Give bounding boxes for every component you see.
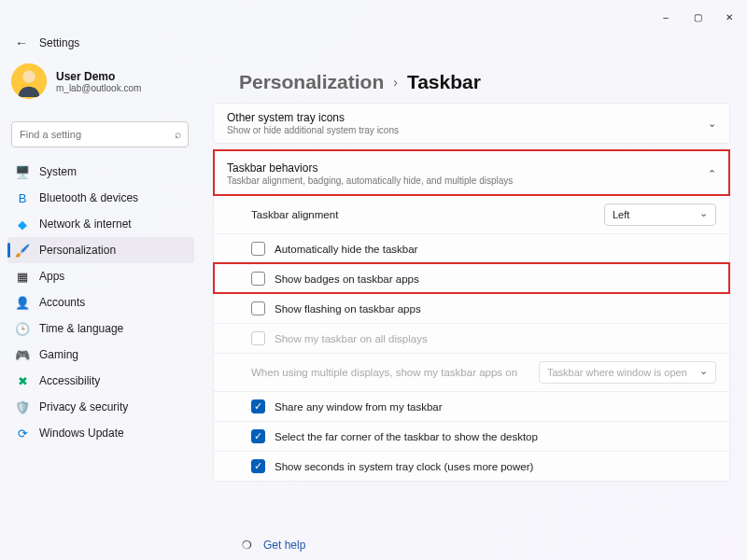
row-multidisplay-where: When using multiple displays, show my ta…	[214, 353, 729, 391]
nav-label: Personalization	[39, 244, 116, 257]
card-other-tray-icons[interactable]: Other system tray icons Show or hide add…	[213, 103, 730, 144]
chevron-down-icon: ⌄	[708, 118, 716, 130]
taskbar-alignment-select[interactable]: Left	[604, 203, 716, 226]
sidebar-item-accounts[interactable]: 👤Accounts	[7, 289, 194, 315]
window-maximize-button[interactable]: ▢	[682, 6, 713, 28]
card-subtitle: Taskbar alignment, badging, automaticall…	[227, 175, 513, 186]
nav-label: System	[39, 165, 77, 178]
row-label: Select the far corner of the taskbar to …	[275, 431, 538, 442]
row-label: Taskbar alignment	[251, 209, 338, 220]
window-minimize-button[interactable]: –	[650, 6, 682, 28]
get-help-link[interactable]: ❍ Get help	[239, 538, 305, 553]
checkbox-flashing[interactable]	[251, 301, 265, 315]
nav-icon: ◆	[15, 217, 30, 231]
nav-label: Time & language	[39, 322, 123, 335]
sidebar-item-accessibility[interactable]: ✖Accessibility	[7, 368, 194, 394]
sidebar-nav: 🖥️SystemBBluetooth & devices◆Network & i…	[7, 159, 194, 446]
row-label: Show badges on taskbar apps	[275, 273, 419, 285]
row-multidisplay: Show my taskbar on all displays	[214, 323, 729, 353]
breadcrumb-current: Taskbar	[407, 71, 481, 93]
user-email: m_lab@outlook.com	[56, 83, 141, 93]
row-flashing[interactable]: Show flashing on taskbar apps	[214, 293, 729, 323]
checkbox-autohide[interactable]	[251, 242, 265, 256]
help-icon: ❍	[239, 538, 254, 553]
back-button[interactable]: ←	[15, 35, 28, 50]
multidisplay-where-select: Taskbar where window is open	[539, 361, 716, 384]
nav-icon: 🛡️	[15, 399, 30, 414]
chevron-up-icon: ⌃	[708, 168, 716, 180]
svg-point-1	[22, 71, 35, 83]
sidebar-item-time-language[interactable]: 🕒Time & language	[7, 315, 194, 342]
checkbox-far-corner[interactable]: ✓	[251, 429, 265, 443]
nav-icon: 👤	[15, 295, 30, 310]
user-profile[interactable]: User Demo m_lab@outlook.com	[11, 63, 141, 99]
nav-label: Bluetooth & devices	[39, 191, 138, 204]
user-name: User Demo	[56, 70, 141, 83]
card-title: Other system tray icons	[227, 111, 399, 124]
nav-icon: 🕒	[15, 321, 30, 336]
row-share-window[interactable]: ✓ Share any window from my taskbar	[214, 391, 729, 421]
sidebar-item-system[interactable]: 🖥️System	[7, 159, 194, 185]
nav-label: Gaming	[39, 348, 78, 361]
row-taskbar-alignment: Taskbar alignment Left	[214, 195, 729, 233]
nav-icon: ▦	[15, 269, 30, 284]
sidebar-item-network-internet[interactable]: ◆Network & internet	[7, 211, 194, 237]
window-close-button[interactable]: ✕	[713, 6, 745, 28]
nav-label: Windows Update	[39, 427, 124, 440]
checkbox-multidisplay	[251, 331, 265, 345]
card-subtitle: Show or hide additional system tray icon…	[227, 125, 399, 135]
row-label: Automatically hide the taskbar	[275, 244, 417, 255]
nav-label: Accounts	[39, 296, 85, 309]
sidebar-item-privacy-security[interactable]: 🛡️Privacy & security	[7, 394, 194, 420]
sidebar-item-gaming[interactable]: 🎮Gaming	[7, 342, 194, 368]
nav-icon: ⟳	[15, 426, 30, 441]
breadcrumb-parent[interactable]: Personalization	[239, 71, 384, 93]
chevron-right-icon: ›	[393, 75, 398, 90]
nav-label: Privacy & security	[39, 400, 128, 413]
row-autohide[interactable]: Automatically hide the taskbar	[214, 233, 729, 263]
nav-label: Network & internet	[39, 217, 132, 231]
nav-icon: 🖥️	[15, 164, 30, 179]
sidebar-item-apps[interactable]: ▦Apps	[7, 263, 194, 289]
nav-icon: 🖌️	[15, 243, 30, 258]
breadcrumb: Personalization › Taskbar	[239, 71, 481, 93]
row-label: Share any window from my taskbar	[275, 401, 443, 413]
nav-label: Apps	[39, 270, 64, 283]
checkbox-show-seconds[interactable]: ✓	[251, 459, 265, 473]
row-show-seconds[interactable]: ✓ Show seconds in system tray clock (use…	[214, 451, 729, 481]
sidebar-item-windows-update[interactable]: ⟳Windows Update	[7, 420, 194, 446]
search-input[interactable]	[11, 121, 189, 147]
app-title: Settings	[39, 36, 79, 49]
nav-icon: ✖	[15, 373, 30, 388]
checkbox-share-window[interactable]: ✓	[251, 399, 265, 413]
row-far-corner[interactable]: ✓ Select the far corner of the taskbar t…	[214, 421, 729, 451]
checkbox-badges[interactable]	[251, 272, 265, 286]
row-label: Show flashing on taskbar apps	[275, 303, 421, 315]
row-label: Show seconds in system tray clock (uses …	[275, 461, 533, 472]
sidebar-item-personalization[interactable]: 🖌️Personalization	[7, 237, 194, 263]
card-taskbar-behaviors: Taskbar behaviors Taskbar alignment, bad…	[213, 149, 730, 482]
nav-icon: B	[15, 190, 30, 205]
nav-icon: 🎮	[15, 347, 30, 362]
row-label: Show my taskbar on all displays	[275, 333, 428, 344]
avatar	[11, 63, 47, 99]
card-title: Taskbar behaviors	[227, 161, 513, 175]
row-badges[interactable]: Show badges on taskbar apps	[214, 263, 729, 293]
nav-label: Accessibility	[39, 374, 100, 387]
sidebar-item-bluetooth-devices[interactable]: BBluetooth & devices	[7, 185, 194, 211]
row-label: When using multiple displays, show my ta…	[251, 367, 517, 378]
taskbar-behaviors-header[interactable]: Taskbar behaviors Taskbar alignment, bad…	[214, 150, 729, 195]
